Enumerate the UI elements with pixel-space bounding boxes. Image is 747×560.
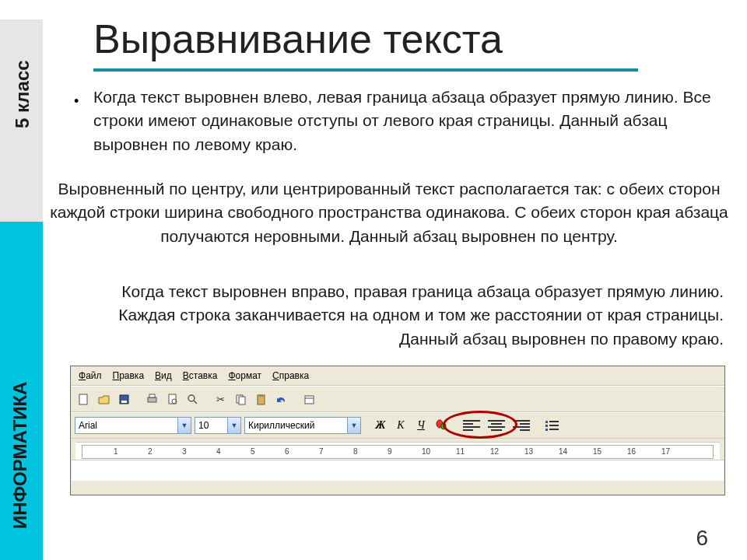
svg-rect-13 — [305, 396, 314, 404]
bullets-button[interactable] — [543, 415, 565, 436]
svg-rect-2 — [121, 401, 127, 403]
ruler-tick: 6 — [285, 447, 289, 456]
page-number: 6 — [696, 526, 708, 551]
charset-value: Кириллический — [248, 420, 314, 431]
ruler-tick: 15 — [593, 447, 601, 456]
datetime-icon[interactable] — [300, 390, 317, 408]
menu-insert[interactable]: Вставка — [178, 369, 223, 383]
align-center-button[interactable] — [486, 415, 507, 436]
copy-icon[interactable] — [232, 390, 249, 408]
paragraph-center: Выровненный по центру, или центрированны… — [43, 177, 735, 248]
menu-edit[interactable]: Правка — [108, 369, 149, 383]
sidebar-label-top: 5 класс — [12, 60, 33, 128]
print-icon[interactable] — [143, 390, 160, 408]
ruler-scale: 1 2 3 4 5 6 7 8 9 10 11 12 13 14 15 16 1… — [82, 445, 714, 459]
toolbar-format: Arial ▼ 10 ▼ Кириллический ▼ Ж К Ч — [71, 412, 724, 439]
menubar: Файл Правка Вид Вставка Формат Справка — [71, 366, 724, 386]
svg-rect-0 — [79, 394, 87, 404]
find-icon[interactable] — [184, 390, 201, 408]
svg-rect-10 — [239, 397, 245, 404]
svg-point-7 — [188, 395, 195, 401]
toolbar-main: ✂ — [71, 386, 724, 412]
font-color-button[interactable] — [433, 417, 450, 434]
chevron-down-icon[interactable]: ▼ — [177, 418, 191, 433]
svg-rect-4 — [149, 394, 155, 397]
svg-rect-3 — [148, 397, 156, 402]
ruler-tick: 3 — [182, 447, 187, 456]
ruler-tick: 4 — [216, 447, 221, 456]
save-icon[interactable] — [115, 390, 132, 408]
align-right-button[interactable] — [510, 415, 532, 436]
ruler-tick: 1 — [114, 447, 118, 456]
ruler-tick: 16 — [627, 447, 636, 456]
wordpad-window: Файл Правка Вид Вставка Формат Справка ✂… — [70, 366, 725, 495]
ruler-tick: 11 — [456, 447, 465, 456]
font-combo[interactable]: Arial ▼ — [75, 417, 191, 434]
ruler-tick: 9 — [388, 447, 392, 456]
paragraph-left: Когда текст выровнен влево, левая границ… — [93, 86, 716, 156]
ruler-tick: 13 — [524, 447, 533, 456]
title-underline — [93, 68, 638, 72]
svg-rect-12 — [259, 394, 263, 397]
ruler-tick: 12 — [490, 447, 499, 456]
menu-format[interactable]: Формат — [223, 369, 266, 383]
ruler-tick: 5 — [251, 447, 255, 456]
sidebar-label-bottom: ИНФОРМАТИКА — [9, 382, 31, 529]
ruler-tick: 8 — [353, 447, 358, 456]
new-icon[interactable] — [75, 390, 92, 408]
ruler-tick: 2 — [148, 447, 153, 456]
ruler-tick: 14 — [559, 447, 567, 456]
ruler: 1 2 3 4 5 6 7 8 9 10 11 12 13 14 15 16 1… — [75, 442, 720, 460]
fontsize-value: 10 — [198, 420, 209, 431]
chevron-down-icon[interactable]: ▼ — [227, 418, 240, 433]
document-area[interactable] — [72, 460, 724, 481]
open-icon[interactable] — [95, 390, 112, 408]
svg-point-16 — [441, 423, 446, 429]
cut-icon[interactable]: ✂ — [212, 390, 229, 408]
paste-icon[interactable] — [252, 390, 269, 408]
charset-combo[interactable]: Кириллический ▼ — [244, 417, 361, 434]
menu-view[interactable]: Вид — [150, 369, 177, 383]
ruler-tick: 10 — [422, 447, 430, 456]
fontsize-combo[interactable]: 10 ▼ — [195, 417, 241, 434]
bold-button[interactable]: Ж — [372, 417, 389, 434]
align-left-button[interactable] — [461, 415, 482, 436]
bullet-dot: • — [74, 93, 79, 110]
underline-button[interactable]: Ч — [412, 417, 430, 434]
font-value: Arial — [79, 420, 97, 431]
svg-line-8 — [194, 401, 197, 404]
preview-icon[interactable] — [163, 390, 181, 408]
ruler-tick: 17 — [661, 447, 670, 456]
page-title: Выравнивание текста — [93, 16, 503, 62]
undo-icon[interactable] — [272, 390, 289, 408]
ruler-tick: 7 — [319, 447, 324, 456]
paragraph-right: Когда текст выровнен вправо, правая гран… — [78, 280, 724, 351]
italic-button[interactable]: К — [392, 417, 409, 434]
chevron-down-icon[interactable]: ▼ — [347, 418, 360, 433]
menu-help[interactable]: Справка — [268, 369, 314, 383]
menu-file[interactable]: Файл — [74, 369, 107, 383]
